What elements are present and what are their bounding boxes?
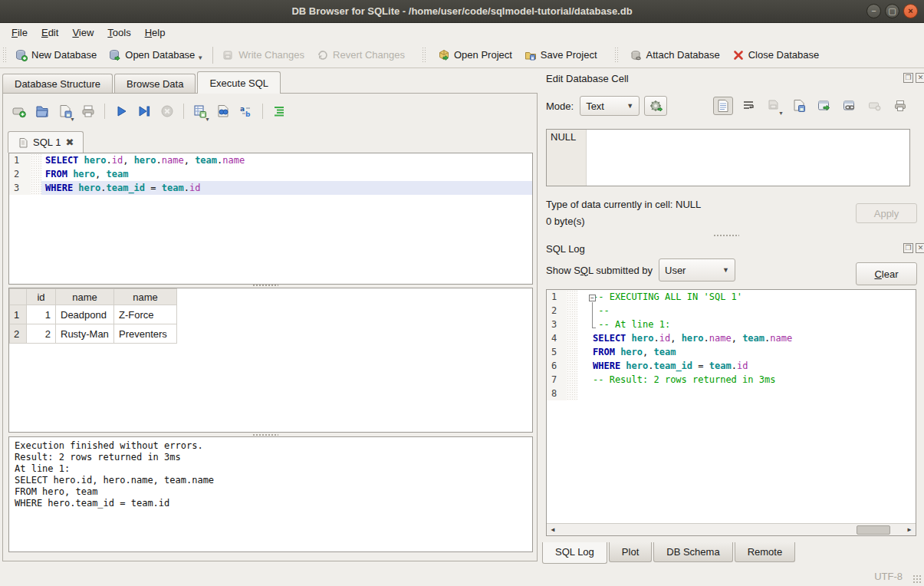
- close-sql-tab-icon[interactable]: ✖: [65, 137, 74, 148]
- open-in-app-button[interactable]: [814, 97, 834, 115]
- copy-link-button[interactable]: [840, 97, 860, 115]
- execute-sql-panel: ▼ ▼ ab SQL 1 ✖ 1 SELECT hero.id, hero.na…: [2, 93, 538, 561]
- tab-browse-data[interactable]: Browse Data: [114, 74, 196, 94]
- edit-cell-title: Edit Database Cell: [546, 73, 629, 84]
- save-dropdown-icon[interactable]: ▼: [70, 117, 75, 122]
- cell[interactable]: 1: [27, 305, 56, 324]
- cell[interactable]: Z-Force: [114, 305, 177, 324]
- tab-remote[interactable]: Remote: [735, 542, 796, 562]
- scroll-right-icon[interactable]: ▶: [903, 524, 916, 535]
- dock-splitter[interactable]: [713, 234, 739, 237]
- save-results-dropdown-icon[interactable]: ▼: [205, 117, 210, 122]
- clear-log-button[interactable]: Clear: [856, 262, 917, 285]
- close-database-icon: [732, 49, 745, 61]
- editor-grid-splitter[interactable]: [252, 284, 278, 287]
- column-header-name-2[interactable]: name: [114, 289, 177, 305]
- dock-tabbar: SQL Log Plot DB Schema Remote: [542, 542, 797, 564]
- cell[interactable]: Deadpond: [56, 305, 114, 324]
- set-null-icon: [868, 100, 882, 111]
- save-project-button[interactable]: Save Project: [518, 45, 603, 65]
- open-database-button[interactable]: Open Database ▼: [103, 45, 209, 65]
- format-icon: [271, 104, 287, 119]
- print-button[interactable]: [78, 101, 98, 121]
- log-horizontal-scrollbar[interactable]: ◀ ▶: [547, 523, 916, 535]
- float-panel-icon[interactable]: ❐: [903, 243, 913, 253]
- menu-file[interactable]: File: [5, 25, 35, 41]
- column-header-name[interactable]: name: [56, 289, 114, 305]
- new-database-button[interactable]: New Database: [9, 45, 103, 65]
- menu-help[interactable]: Help: [138, 25, 173, 41]
- word-wrap-button[interactable]: [738, 97, 758, 115]
- toolbar-grip-3[interactable]: [614, 47, 619, 64]
- tab-execute-sql[interactable]: Execute SQL: [197, 71, 281, 94]
- export-cell-button[interactable]: [789, 97, 809, 115]
- grid-corner[interactable]: [10, 289, 27, 305]
- cell-type-text: Type of data currently in cell: NULL: [546, 199, 701, 210]
- cell[interactable]: 2: [27, 324, 56, 344]
- tab-db-schema[interactable]: DB Schema: [653, 542, 732, 562]
- set-null-button[interactable]: [865, 97, 885, 115]
- stop-icon: [159, 104, 175, 119]
- column-header-id[interactable]: id: [27, 289, 56, 305]
- find-button[interactable]: [213, 101, 233, 121]
- save-project-icon: [524, 49, 537, 61]
- execute-all-button[interactable]: [111, 101, 131, 121]
- encoding-indicator: UTF-8: [874, 571, 903, 582]
- gear-icon: [649, 99, 663, 113]
- open-sql-tab-button[interactable]: [9, 101, 29, 121]
- menu-tools[interactable]: Tools: [100, 25, 137, 41]
- scrollbar-thumb[interactable]: [857, 525, 890, 535]
- menu-edit[interactable]: Edit: [35, 25, 65, 41]
- revert-changes-button[interactable]: Revert Changes: [311, 45, 411, 65]
- resize-grip[interactable]: [912, 574, 922, 584]
- cell[interactable]: Rusty-Man: [56, 324, 114, 344]
- apply-button[interactable]: Apply: [856, 203, 917, 223]
- sql-editor[interactable]: 1 SELECT hero.id, hero.name, team.name 2…: [8, 153, 533, 285]
- auto-format-button[interactable]: [644, 96, 667, 116]
- save-results-button[interactable]: ▼: [190, 101, 210, 121]
- text-mode-button[interactable]: [713, 97, 733, 115]
- cell[interactable]: Preventers: [114, 324, 177, 344]
- editor-line: 1 SELECT hero.id, hero.name, team.name: [9, 153, 532, 167]
- format-sql-button[interactable]: [269, 101, 289, 121]
- main-tabbar: Database Structure Browse Data Execute S…: [2, 71, 282, 94]
- tab-database-structure[interactable]: Database Structure: [2, 74, 113, 94]
- tab-plot[interactable]: Plot: [609, 542, 652, 562]
- cell-value-editor[interactable]: NULL: [546, 129, 910, 186]
- cell-text-area[interactable]: [587, 130, 909, 186]
- open-database-dropdown-icon[interactable]: ▼: [197, 54, 203, 61]
- revert-changes-icon: [317, 49, 329, 61]
- scroll-left-icon[interactable]: ◀: [547, 524, 559, 535]
- toolbar-grip[interactable]: [2, 47, 7, 64]
- close-panel-icon[interactable]: ✕: [916, 243, 924, 253]
- open-sql-file-button[interactable]: [32, 101, 52, 121]
- print-cell-button[interactable]: [890, 97, 910, 115]
- attach-database-button[interactable]: Attach Database: [624, 45, 726, 65]
- close-button[interactable]: ×: [903, 4, 918, 18]
- close-database-button[interactable]: Close Database: [726, 45, 826, 65]
- maximize-button[interactable]: ▢: [885, 4, 899, 18]
- open-file-icon: [35, 104, 50, 119]
- float-panel-icon[interactable]: ❐: [903, 73, 913, 83]
- import-cell-button[interactable]: ▼: [764, 97, 784, 115]
- write-changes-button[interactable]: Write Changes: [216, 45, 311, 65]
- save-as-icon: [792, 99, 806, 113]
- log-filter-select[interactable]: User ▼: [659, 258, 735, 281]
- execution-message-box: Execution finished without errors. Resul…: [8, 436, 533, 552]
- open-project-button[interactable]: Open Project: [432, 45, 518, 65]
- toolbar-grip-2[interactable]: [422, 47, 426, 64]
- chevron-down-icon: ▼: [626, 102, 633, 110]
- save-sql-file-button[interactable]: ▼: [55, 101, 75, 121]
- execute-line-button[interactable]: [134, 101, 154, 121]
- play-to-line-icon: [136, 104, 152, 119]
- minimize-button[interactable]: −: [866, 4, 881, 18]
- stop-button[interactable]: [157, 101, 177, 121]
- sql-doc-tab[interactable]: SQL 1 ✖: [8, 131, 84, 153]
- find-icon: [215, 104, 231, 119]
- replace-button[interactable]: ab: [236, 101, 256, 121]
- tab-sql-log[interactable]: SQL Log: [542, 542, 607, 564]
- statusbar: UTF-8: [0, 566, 924, 586]
- menu-view[interactable]: View: [65, 25, 100, 41]
- close-panel-icon[interactable]: ✕: [916, 73, 924, 83]
- mode-select[interactable]: Text ▼: [580, 96, 640, 116]
